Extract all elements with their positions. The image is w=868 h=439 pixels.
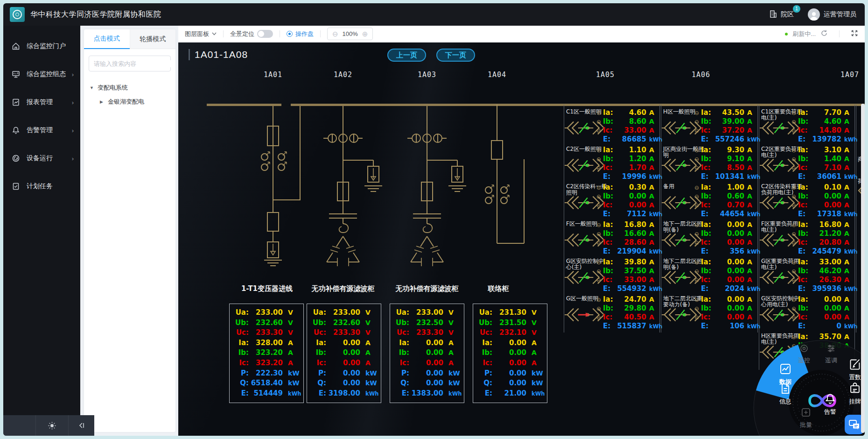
tab-click-mode[interactable]: 点击模式 [84,29,130,49]
operation-panel-label: 操作盘 [295,30,314,38]
collapse-sidebar-button[interactable] [69,415,94,436]
panel-row: Ic: 0.00 A [310,359,377,369]
sidebar-item-alarms[interactable]: 告警管理 › [3,116,80,144]
panel-row-label: Q: [476,379,492,387]
radial-item-batch[interactable]: 批量 [792,407,820,429]
panel-row: Ia: 0.00 A [476,339,543,349]
zoom-in-icon[interactable]: ⊕ [362,30,368,37]
panel-row-value: 0.00 [409,359,444,367]
bay-1A04 [485,105,524,243]
panel-row-unit: A [361,339,377,347]
layer-panel-button[interactable]: 图层面板 [185,30,217,38]
app-title: 华中科技大学同济医学院附属协和医院 [30,10,161,20]
panel-row-value: 231.50 [492,319,527,327]
panel-row: Ia: 0.00 A [310,339,377,349]
panel-row-unit: kWh [444,389,460,397]
panel-row-unit: A [284,359,299,367]
panel-row-value: 0.00 [326,359,361,367]
panel-row-label: Ic: [476,359,492,367]
panel-row-label: Ib: [233,348,249,357]
panel-row-label: E: [393,389,409,397]
top-bar: 华中科技大学同济医学院附属协和医院 院区 1 运营管理员 [3,3,865,26]
panel-row-unit: A [284,339,299,347]
zoom-out-icon[interactable]: ⊖ [332,30,338,37]
panel-row-label: Ia: [233,339,249,347]
sidebar-item-devices[interactable]: 设备运行 › [3,144,80,172]
user-menu[interactable]: 运营管理员 [808,8,856,21]
panel-row: E: 514449 kWh [233,389,299,399]
panel-row: Ua: 233.00 V [393,308,460,319]
panorama-label: 全景定位 [230,30,254,38]
tree-search [89,56,171,71]
sidebar-item-label: 综合监控门户 [27,42,66,50]
panel-row-value: 231.30 [492,308,527,317]
bay-1A01 [261,106,300,266]
collapse-icon [78,422,85,429]
refresh-icon[interactable] [820,29,828,38]
vertical-scrollbar[interactable] [861,104,865,433]
tree-node-jinyinhu[interactable]: ▶ 金银湖变配电 [90,95,170,109]
report-icon [12,98,20,106]
search-input[interactable] [94,60,175,67]
panel-row-value: 0.00 [326,369,361,377]
campus-switcher[interactable]: 院区 1 [769,9,794,20]
radial-item-label: 告警 [816,408,844,416]
panel-row-value: 323.20 [249,359,284,367]
chat-icon [848,419,861,430]
panel-row: Uc: 233.30 V [393,328,460,339]
panel-row-value: 0.00 [409,339,444,347]
info-doc-icon [779,382,791,395]
operation-panel-button[interactable]: 操作盘 [287,30,314,38]
panel-row-unit: A [527,359,543,367]
panel-row-label: P: [393,369,409,377]
panel-row-value: 6518.40 [249,379,284,387]
panel-row-value: 233.30 [409,328,444,337]
panel-row-value: 232.60 [249,319,284,327]
sidebar-item-scada[interactable]: 综合监控组态 › [3,60,80,88]
scada-canvas[interactable]: 1A01-1A08 上一页 下一页 [178,42,865,436]
radial-item-alarm[interactable]: 告警 [816,393,844,416]
panel-row-unit: kW [527,369,543,377]
panel-row: Ib: 0.00 A [476,348,543,359]
panorama-toggle[interactable] [257,30,273,38]
mode-tabs: 点击模式 轮播模式 [84,29,175,49]
avatar-icon [808,8,820,21]
fullscreen-icon[interactable] [851,29,858,38]
tab-carousel-mode[interactable]: 轮播模式 [130,29,176,49]
panel-row-value: 0.00 [492,369,527,377]
radial-item-info[interactable]: 信息 [771,382,799,406]
panel-row: Ib: 0.00 A [393,348,460,359]
panel-row: Ia: 0.00 A [393,339,460,349]
panel-row-label: Uc: [393,328,409,337]
radio-icon [287,31,293,37]
sidebar-item-portal[interactable]: 综合监控门户 [3,32,80,60]
sidebar-item-tasks[interactable]: 计划任务 [3,172,80,200]
sidebar-item-label: 综合监控组态 [27,70,66,78]
panel-row-label: Ua: [393,308,409,317]
panel-row: P: 0.00 kW [393,369,460,379]
panel-row: Uc: 232.10 V [476,328,543,339]
task-icon [12,182,20,191]
radial-item-remote-control[interactable]: 遥控 [790,343,818,365]
panel-row-value: 0.00 [326,379,361,387]
panel-row-value: 233.30 [326,328,361,337]
panel-row: Q: 0.00 kW [310,379,377,389]
theme-toggle-button[interactable] [36,415,69,436]
user-name: 运营管理员 [824,10,856,19]
panel-row-value: 0.00 [492,348,527,357]
panel-row: Q: 0.00 kW [393,379,460,389]
measurement-panel-1A03: Ua: 233.00 V Ub: 232.50 V Uc: 233.30 V I… [390,304,464,403]
panel-row: Ib: 323.20 A [233,348,299,359]
sidebar-item-label: 设备运行 [27,154,53,163]
bell-icon [12,126,20,135]
chevron-right-icon: › [72,71,74,78]
batch-icon [800,407,812,418]
chevron-right-icon: › [72,99,74,106]
panel-row-unit: A [361,359,377,367]
sidebar-item-reports[interactable]: 报表管理 › [3,88,80,116]
tree-node-power-system[interactable]: ▼ 变配电系统 [90,81,170,95]
panel-row-unit: kW [444,369,460,377]
chevron-right-icon: › [72,127,74,134]
panel-row: Q: 6518.40 kW [233,379,299,389]
panel-row-unit: V [284,329,299,336]
